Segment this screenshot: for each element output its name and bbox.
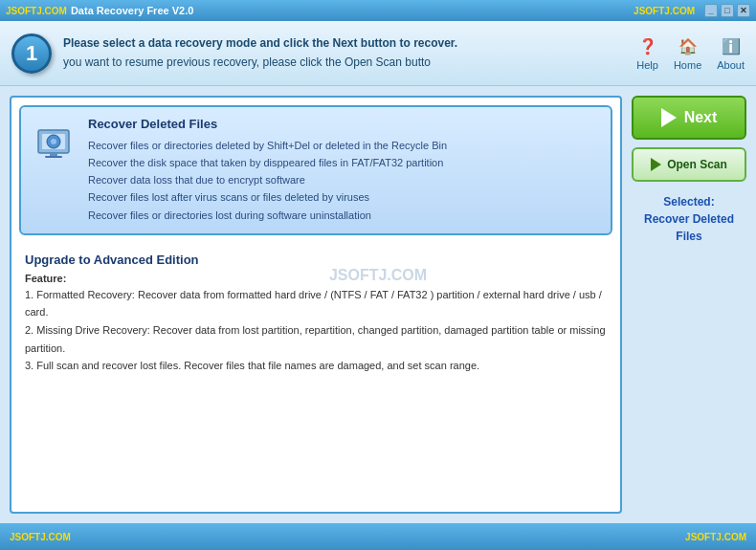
selected-label: Selected: [632,193,746,210]
close-button[interactable]: ✕ [737,4,750,17]
title-brand-left: JSOFTJ.COM [6,6,67,16]
recovery-card-title: Recover Deleted Files [88,117,599,131]
open-scan-button[interactable]: Open Scan [632,147,746,182]
recovery-card-desc: Recover files or directories deleted by … [88,137,599,224]
window-controls: _ □ ✕ [704,4,750,17]
help-label: Help [636,59,658,71]
title-brand-right: JSOFTJ.COM [634,6,695,16]
selected-info: Selected: Recover Deleted Files [632,193,746,245]
upgrade-feature-label: Feature: [25,273,607,284]
next-button[interactable]: Next [632,96,746,140]
svg-rect-4 [50,153,57,156]
nav-about[interactable]: ℹ️ About [717,36,745,71]
upgrade-item: 1. Formatted Recovery: Recover data from… [25,286,607,321]
upgrade-item: 3. Full scan and recover lost files. Rec… [25,357,607,375]
main-content: Recover Deleted Files Recover files or d… [0,86,756,523]
next-arrow-icon [661,108,677,127]
footer: JSOFTJ.COM JSOFTJ.COM [0,523,756,550]
step-circle: 1 [11,33,52,74]
upgrade-section: Upgrade to Advanced Edition Feature: 1. … [19,249,612,379]
maximize-button[interactable]: □ [721,4,734,17]
upgrade-title: Upgrade to Advanced Edition [25,253,607,267]
left-panel: Recover Deleted Files Recover files or d… [10,96,622,514]
home-icon: 🏠 [678,36,699,57]
about-label: About [717,59,745,71]
home-label: Home [674,59,701,71]
open-scan-arrow-icon [651,158,661,171]
right-panel: Next Open Scan Selected: Recover Deleted… [632,96,746,514]
selected-value: Recover Deleted Files [632,210,746,245]
svg-rect-5 [45,156,62,158]
upgrade-item: 2. Missing Drive Recovery: Recover data … [25,321,607,357]
next-label: Next [684,109,718,126]
svg-point-3 [51,139,56,144]
recovery-card[interactable]: Recover Deleted Files Recover files or d… [19,105,612,235]
minimize-button[interactable]: _ [704,4,718,17]
recovery-icon [33,121,75,163]
title-bar: JSOFTJ.COM Data Recovery Free V2.0 JSOFT… [0,0,756,21]
open-scan-label: Open Scan [667,158,727,171]
instruction-line2: you want to resume previous recovery, pl… [63,54,457,72]
footer-brand-right: JSOFTJ.COM [685,532,746,542]
nav-help[interactable]: ❓ Help [636,36,658,71]
nav-home[interactable]: 🏠 Home [674,36,701,71]
header-nav: ❓ Help 🏠 Home ℹ️ About [636,36,745,71]
step-number: 1 [26,41,37,66]
title-bar-left: JSOFTJ.COM Data Recovery Free V2.0 [6,5,193,16]
app-title: Data Recovery Free V2.0 [71,5,193,16]
upgrade-items: 1. Formatted Recovery: Recover data from… [25,286,607,375]
footer-brand-left: JSOFTJ.COM [10,532,71,542]
header: 1 Please select a data recovery mode and… [0,21,756,86]
help-icon: ❓ [637,36,658,57]
header-left: 1 Please select a data recovery mode and… [11,33,457,74]
about-icon: ℹ️ [721,36,742,57]
instruction-line1: Please select a data recovery mode and c… [63,34,457,53]
recovery-content: Recover Deleted Files Recover files or d… [88,117,599,224]
header-text: Please select a data recovery mode and c… [63,34,457,71]
